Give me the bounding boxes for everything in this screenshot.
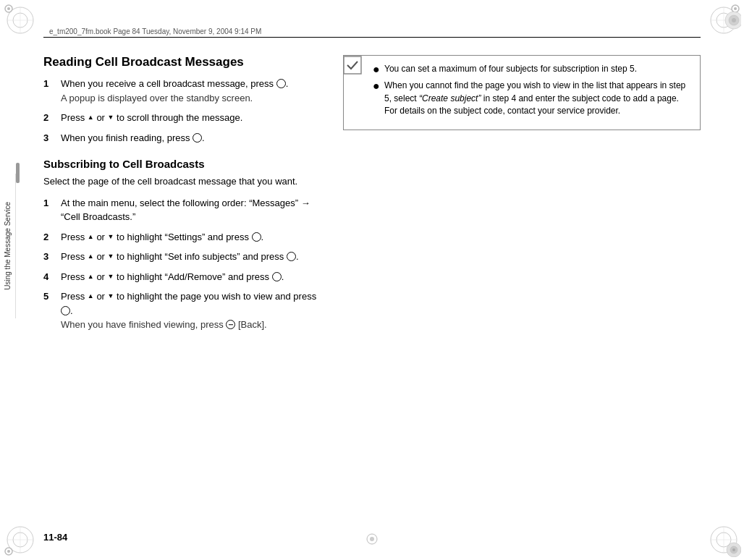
reading-section: Reading Cell Broadcast Messages 1 When y… [43,55,326,145]
step-text: Press ▲ or ▼ to highlight the page you w… [61,289,326,332]
step-number: 1 [43,77,59,91]
nav-down-icon: ▼ [108,293,114,300]
header-text: e_tm200_7fm.book Page 84 Tuesday, Novemb… [49,27,261,35]
header-bar: e_tm200_7fm.book Page 84 Tuesday, Novemb… [43,26,701,38]
reading-title: Reading Cell Broadcast Messages [43,55,326,69]
side-tab: Using the Message Service [0,174,16,318]
subscribing-intro: Select the page of the cell broadcast me… [43,174,326,189]
nav-up-icon: ▲ [88,273,94,280]
step-text: When you finish reading, press . [61,131,326,145]
bottom-center-decoration [358,532,386,548]
svg-point-32 [370,537,374,541]
subscribing-step-3: 3 Press ▲ or ▼ to highlight “Set info su… [43,250,326,264]
subscribing-step-2: 2 Press ▲ or ▼ to highlight “Settings” a… [43,230,326,245]
note-item-2: ● When you cannot find the page you wish… [373,80,691,117]
subscribing-step-1: 1 At the main menu, select the following… [43,196,326,224]
nav-up-icon: ▲ [88,114,94,121]
corner-decoration-br [706,522,741,557]
divider-bar [16,163,20,183]
right-column: ● You can set a maximum of four subjects… [343,41,701,519]
circle-button-icon [287,252,296,261]
step-number: 1 [43,196,59,211]
step-number: 2 [43,230,59,245]
step-text: Press ▲ or ▼ to scroll through the messa… [61,111,326,125]
note-text: When you cannot find the page you wish t… [384,80,691,117]
step-number: 2 [43,111,59,125]
step-number: 4 [43,270,59,284]
circle-button-icon [61,306,70,315]
note-box: ● You can set a maximum of four subjects… [343,55,701,130]
step-text: Press ▲ or ▼ to highlight “Settings” and… [61,230,326,245]
nav-up-icon: ▲ [88,234,94,240]
subscribing-section: Subscribing to Cell Broadcasts Select th… [43,158,326,332]
reading-step-1: 1 When you receive a cell broadcast mess… [43,77,326,105]
step-number: 3 [43,250,59,264]
subscribing-step-5: 5 Press ▲ or ▼ to highlight the page you… [43,289,326,332]
step-text: Press ▲ or ▼ to highlight “Add/Remove” a… [61,270,326,284]
svg-point-9 [734,7,737,10]
corner-decoration-tr [706,3,741,38]
note-content: ● You can set a maximum of four subjects… [373,63,691,118]
step-text: At the main menu, select the following o… [61,196,326,224]
reading-step-2: 2 Press ▲ or ▼ to scroll through the mes… [43,111,326,125]
nav-down-icon: ▼ [108,253,114,260]
corner-decoration-tl [3,3,38,38]
subscribing-title: Subscribing to Cell Broadcasts [43,158,326,170]
main-content: Reading Cell Broadcast Messages 1 When y… [43,41,701,519]
step-text: Press ▲ or ▼ to highlight “Set info subj… [61,250,326,264]
step-number: 3 [43,131,59,145]
step-subtext: When you have finished viewing, press [B… [61,318,326,332]
step-text: When you receive a cell broadcast messag… [61,77,326,105]
reading-steps: 1 When you receive a cell broadcast mess… [43,77,326,145]
side-tab-label: Using the Message Service [4,202,12,290]
circle-button-icon [193,133,202,143]
note-bullet-icon: ● [373,80,381,92]
circle-button-icon [272,272,282,281]
circle-button-icon [276,79,286,88]
svg-point-3 [7,7,10,10]
corner-decoration-bl [3,522,38,557]
step-subtext: A popup is displayed over the standby sc… [61,91,326,106]
svg-rect-30 [344,56,361,74]
subscribing-step-4: 4 Press ▲ or ▼ to highlight “Add/Remove”… [43,270,326,284]
circle-button-icon [252,232,261,242]
nav-down-icon: ▼ [108,114,114,121]
left-column: Reading Cell Broadcast Messages 1 When y… [43,41,326,519]
note-item-1: ● You can set a maximum of four subjects… [373,63,691,75]
nav-down-icon: ▼ [108,234,114,240]
note-icon [342,55,363,75]
back-button-icon [226,320,235,329]
svg-point-18 [7,550,10,553]
note-text: You can set a maximum of four subjects f… [384,63,691,75]
nav-down-icon: ▼ [108,273,114,280]
nav-up-icon: ▲ [88,293,94,300]
reading-step-3: 3 When you finish reading, press . [43,131,326,145]
svg-point-29 [732,548,735,551]
nav-up-icon: ▲ [88,253,94,260]
step-number: 5 [43,289,59,304]
note-bullet-icon: ● [373,64,381,75]
subscribing-steps: 1 At the main menu, select the following… [43,196,326,332]
svg-point-14 [732,18,736,22]
page-number: 11-84 [43,532,67,543]
